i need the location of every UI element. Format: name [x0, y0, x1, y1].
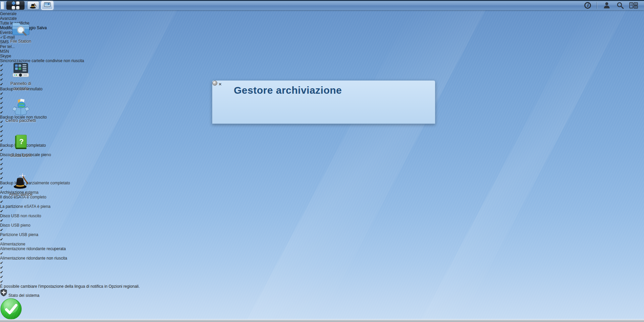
notification-checkbox[interactable]: ✔: [0, 120, 3, 124]
notification-checkbox[interactable]: ✔: [0, 148, 3, 152]
close-button[interactable]: ✕: [218, 82, 223, 87]
notification-checkbox[interactable]: ✔: [0, 162, 3, 167]
task-button-gestore-archiviazione[interactable]: [41, 1, 53, 10]
window-gestore-archiviazione[interactable]: Gestore archiviazione ✕: [212, 80, 435, 124]
notification-checkbox[interactable]: ✔: [0, 171, 3, 176]
quick-launch-button[interactable]: [27, 1, 39, 10]
footer-note: È possibile cambiare l'impostazione dell…: [0, 284, 109, 289]
shield-icon: [0, 289, 7, 297]
notification-checkbox[interactable]: ✔: [0, 110, 3, 115]
desktop-icon-package-center[interactable]: Centro pacchetti: [3, 98, 38, 123]
notification-checkbox[interactable]: ✔: [0, 167, 3, 171]
notification-checkbox[interactable]: ✔: [0, 124, 3, 129]
notification-checkbox[interactable]: ✔: [0, 265, 3, 270]
notification-checkbox[interactable]: ✔: [0, 129, 3, 134]
tab-avanzate[interactable]: Avanzate: [0, 16, 644, 21]
desktop-icon-control-panel[interactable]: Pannello di controllo: [3, 61, 38, 91]
check-icon: ✔: [0, 124, 3, 129]
check-icon: ✔: [0, 171, 3, 176]
widget-header-system-health: Stato del sistema: [0, 289, 644, 298]
notification-checkbox[interactable]: ✔: [0, 228, 3, 232]
desktop-icon-label: Guida DSM: [3, 153, 38, 158]
channel-header-checkbox[interactable]: ✓: [0, 35, 3, 40]
notification-row: Alimentazione ridondante non riuscita✔✔✔…: [0, 256, 644, 284]
notification-checkbox[interactable]: ✔: [0, 68, 3, 73]
check-icon: ✔: [0, 91, 3, 96]
notification-checkbox[interactable]: ✔: [0, 185, 3, 190]
notification-checkbox[interactable]: ✔: [0, 209, 3, 214]
notification-checkbox[interactable]: ✔: [0, 134, 3, 138]
info-icon: i: [584, 2, 591, 9]
desktop-icon-quick-start[interactable]: Avvio veloce: [3, 172, 38, 197]
notification-checkbox[interactable]: ✔: [0, 218, 3, 223]
notification-checkbox[interactable]: ✔: [0, 237, 3, 242]
channel-cell: ✔: [0, 261, 644, 265]
notification-checkbox[interactable]: ✔: [0, 63, 3, 68]
check-icon: ✔: [0, 82, 3, 87]
green-book-help-icon: ?: [12, 134, 30, 151]
taskbar-divider: [597, 2, 597, 9]
notification-checkbox[interactable]: ✔: [0, 279, 3, 284]
notification-checkbox[interactable]: ✔: [0, 101, 3, 105]
desktop-icon-file-station[interactable]: File Station: [3, 19, 38, 44]
section-row[interactable]: Alimentazione: [0, 242, 644, 246]
check-icon: ✔: [0, 265, 3, 270]
check-icon: ✔: [0, 96, 3, 101]
notification-checkbox[interactable]: ✔: [0, 138, 3, 143]
notification-checkbox[interactable]: ✔: [0, 157, 3, 162]
channel-header-msn[interactable]: MSN: [0, 49, 644, 54]
event-label: Disco USB pieno: [0, 223, 644, 228]
tab-generale[interactable]: Generale: [0, 11, 644, 16]
channel-cell: ✔: [0, 275, 644, 279]
notification-checkbox[interactable]: ✔: [0, 105, 3, 110]
notification-checkbox[interactable]: ✔: [0, 275, 3, 279]
notification-filter-select[interactable]: Tutte le notifiche: [0, 21, 644, 26]
channel-header-email[interactable]: ✓E-mail: [0, 35, 644, 40]
info-button[interactable]: i: [582, 1, 593, 10]
channel-cell: ✔: [0, 270, 644, 275]
event-label: Disco di backup locale pieno: [0, 152, 644, 157]
notification-checkbox[interactable]: ✔: [0, 73, 3, 77]
channel-cell: ✔: [0, 148, 644, 152]
check-icon: ✔: [0, 228, 3, 232]
notification-checkbox[interactable]: ✔: [0, 96, 3, 101]
section-row[interactable]: Archiviazione esterna: [0, 190, 644, 195]
check-icon: ✔: [0, 105, 3, 110]
check-icon: ✔: [0, 270, 3, 275]
check-icon: ✔: [0, 237, 3, 242]
check-icon: ✔: [0, 279, 3, 284]
desktop-icon-dsm-help[interactable]: ? Guida DSM: [3, 134, 38, 158]
channel-header-sms[interactable]: SMS: [0, 40, 644, 44]
search-button[interactable]: [614, 1, 626, 10]
event-label: Il disco eSATA è completo: [0, 195, 644, 199]
notification-checkbox[interactable]: ✔: [0, 251, 3, 256]
event-label: Disco USB non riuscito: [0, 214, 644, 218]
channel-header-skype[interactable]: Skype: [0, 54, 644, 58]
minimize-button[interactable]: [212, 81, 217, 86]
widget-title: Stato del sistema: [8, 293, 39, 298]
notification-row: Backup locale parzialmente completato✔: [0, 181, 644, 190]
user-menu-button[interactable]: [601, 1, 612, 10]
check-icon: ✔: [0, 167, 3, 171]
notification-checkbox[interactable]: ✔: [0, 199, 3, 204]
column-header-evento[interactable]: Evento: [0, 30, 644, 35]
tab-strip: Generale Avanzate: [0, 11, 644, 21]
table-header-row: Evento ✓E-mailSMSPer tel...MSNSkype: [0, 30, 644, 58]
channel-header-pertel[interactable]: Per tel...: [0, 44, 644, 49]
check-icon: ✔: [0, 68, 3, 73]
notification-checkbox[interactable]: ✔: [0, 77, 3, 82]
channel-cell: ✔: [0, 63, 644, 68]
regional-options-link[interactable]: Opzioni regionali: [109, 284, 139, 289]
notification-checkbox[interactable]: ✔: [0, 91, 3, 96]
event-label: La partizione eSATA è piena: [0, 204, 644, 209]
pilot-view-button[interactable]: [628, 1, 639, 10]
notification-checkbox[interactable]: ✔: [0, 270, 3, 275]
show-desktop-button[interactable]: [1, 1, 4, 9]
main-menu-button[interactable]: [6, 1, 24, 10]
notification-checkbox[interactable]: ✔: [0, 82, 3, 87]
desktop-icon-label: File Station: [3, 39, 38, 44]
notification-checkbox[interactable]: ✔: [0, 176, 3, 181]
notification-checkbox[interactable]: ✔: [0, 261, 3, 265]
search-icon: [616, 1, 624, 9]
desktop-icon-label: Avvio veloce: [3, 192, 38, 197]
